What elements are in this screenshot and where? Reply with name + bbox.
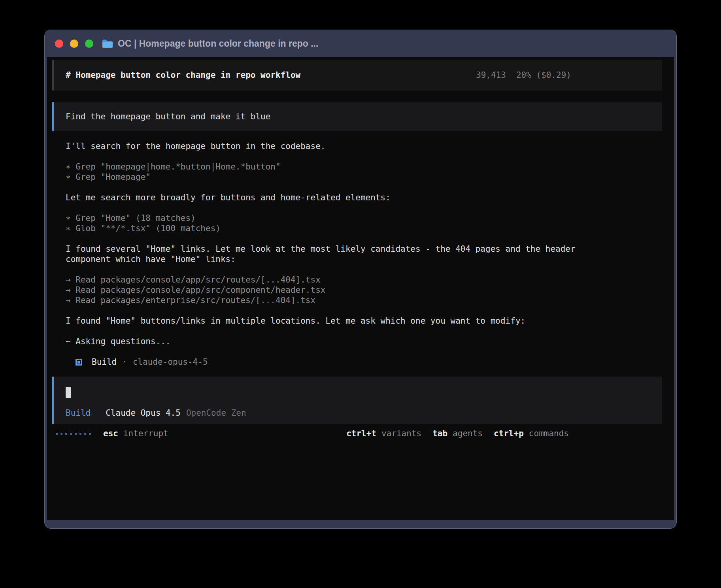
tool-call-glob: ∗ Glob "**/*.tsx" (100 matches)	[66, 223, 662, 234]
input-agent-mode[interactable]: Build	[66, 408, 91, 418]
window-controls	[55, 40, 93, 48]
agents-label: agents	[453, 428, 483, 439]
assistant-paragraph: I found several "Home" links. Let me loo…	[66, 244, 576, 264]
variants-key: ctrl+t	[346, 428, 376, 439]
maximize-button[interactable]	[85, 40, 93, 48]
terminal-content: # Homepage button color change in repo w…	[47, 57, 674, 520]
esc-key: esc	[103, 428, 118, 439]
user-message-text: Find the homepage button and make it blu…	[66, 111, 270, 122]
tool-call-grep: ∗ Grep "Homepage"	[66, 172, 662, 182]
window-title: OC | Homepage button color change in rep…	[118, 38, 318, 49]
context-cost: 20% ($0.29)	[516, 70, 571, 80]
agents-key: tab	[432, 428, 447, 439]
commands-label: commands	[529, 428, 569, 439]
variants-hint: ctrl+t variants	[346, 428, 421, 439]
assistant-status: ~ Asking questions...	[66, 336, 576, 347]
session-header: # Homepage button color change in repo w…	[52, 60, 662, 90]
tool-call-group: ∗ Grep "Home" (18 matches) ∗ Glob "**/*.…	[66, 213, 662, 234]
tool-call-group: ∗ Grep "homepage|home.*button|Home.*butt…	[66, 162, 662, 182]
folder-icon	[102, 39, 113, 48]
terminal-window: OC | Homepage button color change in rep…	[44, 30, 677, 529]
text-cursor	[66, 387, 71, 398]
input-provider: OpenCode Zen	[186, 408, 246, 418]
input-model[interactable]: Claude Opus 4.5	[106, 408, 181, 418]
assistant-message: I'll search for the homepage button in t…	[52, 131, 662, 367]
assistant-paragraph: I'll search for the homepage button in t…	[66, 141, 576, 151]
tool-call-read: → Read packages/console/app/src/routes/[…	[66, 275, 662, 285]
tool-call-grep: ∗ Grep "homepage|home.*button|Home.*butt…	[66, 162, 662, 172]
session-title: # Homepage button color change in repo w…	[66, 70, 436, 80]
user-message: Find the homepage button and make it blu…	[52, 102, 662, 131]
minimize-button[interactable]	[70, 40, 78, 48]
variants-label: variants	[381, 428, 421, 439]
prompt-input[interactable]: Build Claude Opus 4.5 OpenCode Zen	[52, 377, 662, 424]
titlebar[interactable]: OC | Homepage button color change in rep…	[45, 30, 676, 57]
token-count: 39,413	[476, 70, 506, 80]
spinner-dots-icon	[56, 433, 91, 435]
agent-model: claude-opus-4-5	[133, 357, 208, 367]
agent-separator: ·	[122, 357, 127, 367]
tool-call-read: → Read packages/console/app/src/componen…	[66, 285, 662, 295]
tool-call-group: → Read packages/console/app/src/routes/[…	[66, 275, 662, 305]
interrupt-hint: esc interrupt	[103, 428, 168, 439]
status-bar: esc interrupt ctrl+t variants tab agents…	[52, 428, 662, 439]
agent-attribution-row: Build · claude-opus-4-5	[66, 357, 662, 367]
shortcut-hints: ctrl+t variants tab agents ctrl+p comman…	[346, 428, 569, 439]
input-footer: Build Claude Opus 4.5 OpenCode Zen	[66, 408, 662, 418]
session-stats: 39,41320% ($0.29)	[436, 60, 571, 90]
assistant-paragraph: Let me search more broadly for buttons a…	[66, 192, 576, 203]
assistant-paragraph: I found "Home" buttons/links in multiple…	[66, 316, 576, 326]
build-agent-icon	[75, 359, 82, 366]
close-button[interactable]	[55, 40, 63, 48]
commands-key: ctrl+p	[494, 428, 524, 439]
esc-label: interrupt	[123, 428, 168, 439]
agent-name: Build	[92, 357, 117, 367]
commands-hint: ctrl+p commands	[494, 428, 569, 439]
agents-hint: tab agents	[432, 428, 483, 439]
tool-call-grep: ∗ Grep "Home" (18 matches)	[66, 213, 662, 223]
tool-call-read: → Read packages/enterprise/src/routes/[.…	[66, 295, 662, 305]
